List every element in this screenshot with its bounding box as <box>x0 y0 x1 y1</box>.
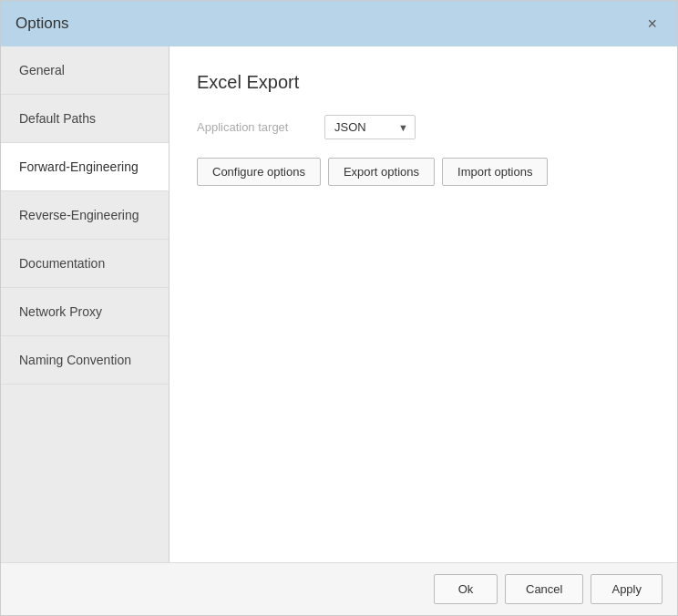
sidebar-item-label: General <box>19 63 65 77</box>
sidebar-item-network-proxy[interactable]: Network Proxy <box>1 288 169 336</box>
options-dialog: Options × General Default Paths Forward-… <box>0 0 678 616</box>
export-options-button[interactable]: Export options <box>328 158 435 186</box>
sidebar-item-default-paths[interactable]: Default Paths <box>1 95 169 143</box>
apply-button[interactable]: Apply <box>591 574 663 604</box>
cancel-button[interactable]: Cancel <box>505 574 583 604</box>
sidebar-item-naming-convention[interactable]: Naming Convention <box>1 336 169 385</box>
app-target-label: Application target <box>197 120 315 134</box>
sidebar-item-label: Forward-Engineering <box>19 159 139 174</box>
sidebar-item-documentation[interactable]: Documentation <box>1 240 169 288</box>
section-title: Excel Export <box>197 72 650 93</box>
app-target-select-wrapper: JSON XML CSV ▼ <box>324 115 416 139</box>
sidebar-item-label: Default Paths <box>19 111 96 126</box>
main-content: Excel Export Application target JSON XML… <box>170 46 677 562</box>
dialog-footer: Ok Cancel Apply <box>1 562 677 615</box>
sidebar-item-label: Network Proxy <box>19 304 102 319</box>
sidebar-item-label: Reverse-Engineering <box>19 208 139 222</box>
ok-button[interactable]: Ok <box>434 574 498 604</box>
sidebar-item-label: Naming Convention <box>19 353 131 367</box>
dialog-body: General Default Paths Forward-Engineerin… <box>1 46 677 562</box>
import-options-button[interactable]: Import options <box>442 158 548 186</box>
sidebar-item-general[interactable]: General <box>1 46 169 95</box>
sidebar-item-forward-engineering[interactable]: Forward-Engineering <box>1 143 169 191</box>
app-target-select[interactable]: JSON XML CSV <box>324 115 416 139</box>
dialog-header: Options × <box>1 1 677 46</box>
sidebar-item-label: Documentation <box>19 256 105 271</box>
close-button[interactable]: × <box>642 14 663 34</box>
dialog-title: Options <box>15 15 69 33</box>
configure-options-button[interactable]: Configure options <box>197 158 321 186</box>
app-target-row: Application target JSON XML CSV ▼ <box>197 115 650 139</box>
sidebar: General Default Paths Forward-Engineerin… <box>1 46 170 562</box>
options-buttons-row: Configure options Export options Import … <box>197 158 650 186</box>
sidebar-item-reverse-engineering[interactable]: Reverse-Engineering <box>1 191 169 240</box>
